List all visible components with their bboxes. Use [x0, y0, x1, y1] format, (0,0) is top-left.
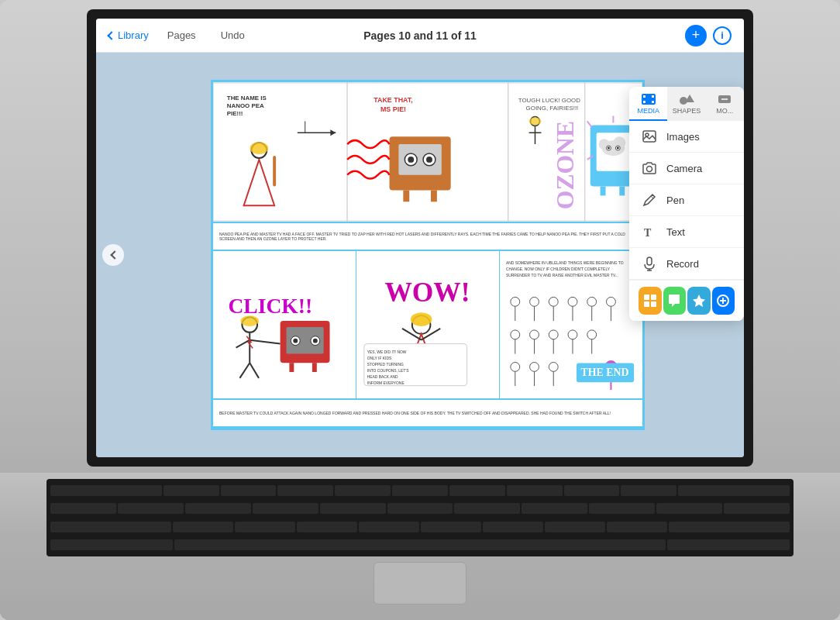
star-icon-btn[interactable] — [687, 287, 711, 315]
bottom-toolbar — [629, 280, 744, 321]
media-dropdown: MEDIA SHAPES — [629, 87, 744, 321]
comic-panel-top: THE NAME IS NANOO PEA PIE!!! — [213, 82, 642, 222]
prev-page-button[interactable] — [102, 244, 124, 266]
images-menu-item[interactable]: Images — [629, 121, 744, 153]
svg-point-40 — [617, 147, 619, 150]
svg-point-7 — [250, 142, 268, 154]
key — [449, 485, 505, 496]
svg-rect-135 — [651, 301, 656, 307]
more-tab-icon — [717, 93, 732, 105]
svg-rect-117 — [652, 95, 654, 98]
svg-text:HEAD BACK AND: HEAD BACK AND — [367, 375, 398, 379]
svg-text:YES, WE DID IT! NOW: YES, WE DID IT! NOW — [367, 350, 407, 354]
mic-icon — [642, 256, 657, 271]
caption-bottom-text: BEFORE MASTER TV COULD ATTACK AGAIN NANO… — [219, 411, 611, 416]
key — [297, 522, 357, 532]
svg-text:CLICK!!: CLICK!! — [228, 294, 312, 318]
svg-rect-118 — [643, 101, 645, 103]
svg-text:TOUGH LUCK! GOOD: TOUGH LUCK! GOOD — [518, 97, 581, 104]
key — [50, 485, 162, 496]
key — [421, 522, 481, 532]
chat-icon — [666, 293, 682, 308]
svg-rect-132 — [644, 294, 649, 300]
svg-text:ONLY IF KIDS: ONLY IF KIDS — [367, 356, 392, 360]
comic-pages: THE NAME IS NANOO PEA PIE!!! — [211, 80, 645, 430]
svg-text:INTO COUPONS, LET'S: INTO COUPONS, LET'S — [367, 369, 409, 373]
key — [50, 539, 173, 550]
key — [607, 522, 667, 532]
svg-point-68 — [411, 312, 432, 326]
svg-rect-57 — [312, 363, 317, 372]
text-icon: T — [642, 224, 657, 239]
svg-line-127 — [651, 196, 653, 198]
chat-icon-btn[interactable] — [663, 287, 687, 315]
svg-text:STOPPED TURNING: STOPPED TURNING — [367, 363, 404, 367]
svg-rect-116 — [643, 95, 645, 98]
key — [564, 485, 620, 496]
svg-marker-136 — [693, 294, 705, 307]
svg-text:AND SOMEWHERE IN UBLELAND THIN: AND SOMEWHERE IN UBLELAND THINGS WERE BE… — [506, 261, 624, 265]
key — [483, 522, 543, 532]
trackpad[interactable] — [374, 562, 466, 604]
key — [656, 503, 722, 514]
key — [253, 503, 318, 514]
key — [221, 485, 277, 496]
extra-icon-btn[interactable] — [712, 287, 735, 315]
left-arrow-icon — [110, 250, 119, 259]
key — [235, 522, 295, 532]
svg-text:THE END: THE END — [581, 367, 629, 378]
svg-rect-22 — [431, 190, 437, 202]
grid-icon — [642, 293, 658, 308]
svg-point-30 — [529, 117, 542, 125]
comic-panel-bottom-2: WOW! YES, WE D — [356, 251, 500, 398]
spacebar-key — [174, 539, 665, 550]
text-label: Text — [666, 226, 685, 238]
key — [277, 485, 333, 496]
key — [667, 539, 790, 550]
keyboard-area — [0, 473, 840, 620]
key — [164, 485, 219, 496]
svg-rect-56 — [289, 363, 294, 372]
undo-button[interactable]: Undo — [215, 26, 251, 44]
chevron-left-icon — [107, 31, 115, 40]
key — [589, 503, 655, 514]
svg-point-126 — [647, 167, 652, 172]
text-menu-item[interactable]: T Text — [629, 216, 744, 248]
svg-point-19 — [408, 157, 414, 163]
library-link[interactable]: Library — [118, 29, 149, 41]
svg-rect-129 — [647, 257, 652, 265]
key — [185, 503, 251, 514]
svg-text:PIE!!!: PIE!!! — [227, 110, 243, 117]
key — [50, 522, 171, 532]
back-button[interactable]: Library — [108, 29, 149, 41]
key — [454, 503, 520, 514]
svg-text:CHANGE. NOW ONLY IF CHILDREN D: CHANGE. NOW ONLY IF CHILDREN DIDN'T COMP… — [506, 267, 611, 271]
more-tab-label: MO... — [716, 107, 733, 115]
svg-rect-134 — [644, 301, 649, 307]
key — [173, 522, 233, 532]
add-button[interactable]: + — [685, 25, 707, 46]
svg-text:INFORM EVERYONE: INFORM EVERYONE — [367, 381, 405, 385]
key — [387, 503, 453, 514]
info-button[interactable]: i — [713, 26, 732, 45]
svg-rect-41 — [601, 187, 606, 196]
svg-point-54 — [293, 339, 298, 343]
record-menu-item[interactable]: Record — [629, 248, 744, 280]
pen-label: Pen — [666, 195, 684, 206]
key — [320, 503, 386, 514]
tab-shapes[interactable]: SHAPES — [667, 87, 705, 121]
pages-button[interactable]: Pages — [161, 26, 202, 44]
tab-more[interactable]: MO... — [706, 87, 744, 121]
images-label: Images — [666, 131, 700, 143]
svg-point-59 — [240, 315, 259, 326]
comic-row-bottom: CLICK!! — [213, 251, 642, 398]
svg-point-39 — [608, 147, 610, 150]
tab-media[interactable]: MEDIA — [629, 87, 667, 121]
pen-menu-item[interactable]: Pen — [629, 184, 744, 216]
svg-rect-21 — [403, 190, 409, 202]
key — [545, 522, 605, 532]
shapes-tab-label: SHAPES — [673, 107, 701, 115]
key — [335, 485, 391, 496]
grid-icon-btn[interactable] — [639, 287, 662, 315]
camera-menu-item[interactable]: Camera — [629, 153, 744, 184]
